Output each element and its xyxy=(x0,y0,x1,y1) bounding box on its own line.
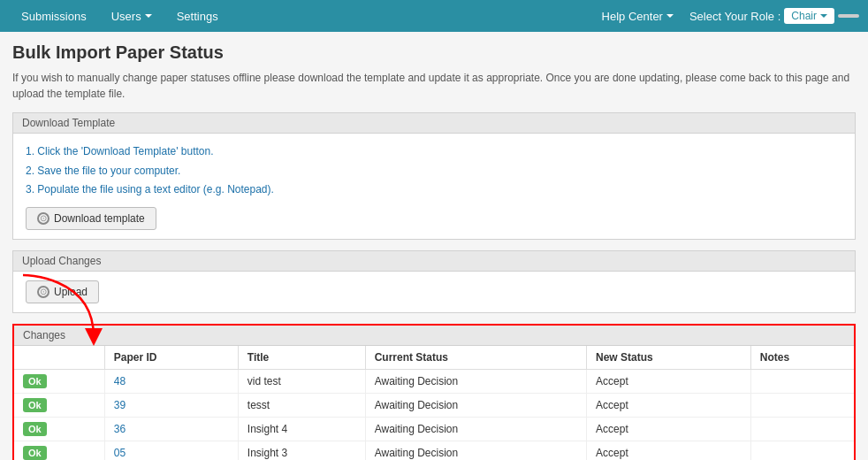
row-title: Insight 4 xyxy=(238,417,365,441)
row-title: vid test xyxy=(238,369,365,393)
col-notes: Notes xyxy=(750,346,854,370)
changes-table: Paper ID Title Current Status New Status… xyxy=(14,346,854,460)
nav-users[interactable]: Users xyxy=(99,0,164,32)
row-new-status: Accept xyxy=(587,417,751,441)
navbar: Submissions Users Settings Help Center S… xyxy=(0,0,868,32)
upload-button[interactable]: ⊙ Upload xyxy=(26,280,99,303)
users-caret-icon xyxy=(145,14,152,18)
row-new-status: Accept xyxy=(587,369,751,393)
page-description: If you wish to manually change paper sta… xyxy=(12,70,856,102)
col-new-status: New Status xyxy=(587,346,751,370)
row-notes xyxy=(750,417,854,441)
col-paper-id: Paper ID xyxy=(104,346,238,370)
upload-icon: ⊙ xyxy=(37,286,49,298)
role-caret-icon xyxy=(820,14,827,18)
row-new-status: Accept xyxy=(587,441,751,460)
col-title: Title xyxy=(238,346,365,370)
row-paper-id: 39 xyxy=(104,393,238,417)
row-title: tesst xyxy=(238,393,365,417)
page-content: Bulk Import Paper Status If you wish to … xyxy=(0,32,868,460)
row-title: Insight 3 xyxy=(238,441,365,460)
upload-section-header: Upload Changes xyxy=(13,251,855,272)
row-current-status: Awaiting Decision xyxy=(365,369,586,393)
col-current-status: Current Status xyxy=(365,346,586,370)
row-new-status: Accept xyxy=(587,393,751,417)
download-instructions: 1. Click the 'Download Template' button.… xyxy=(26,142,842,200)
row-notes xyxy=(750,441,854,460)
upload-section-body: ⊙ Upload xyxy=(13,272,855,312)
row-current-status: Awaiting Decision xyxy=(365,441,586,460)
download-icon: ⊙ xyxy=(37,212,49,225)
nav-submissions[interactable]: Submissions xyxy=(9,0,99,32)
changes-section-header: Changes xyxy=(14,326,854,346)
row-current-status: Awaiting Decision xyxy=(365,417,586,441)
col-status xyxy=(14,346,104,370)
row-paper-id: 36 xyxy=(104,417,238,441)
download-step1: 1. Click the 'Download Template' button. xyxy=(26,142,842,162)
user-avatar[interactable] xyxy=(838,14,859,18)
table-header-row: Paper ID Title Current Status New Status… xyxy=(14,346,854,370)
row-notes xyxy=(750,369,854,393)
row-ok-badge: Ok xyxy=(14,441,104,460)
navbar-left: Submissions Users Settings xyxy=(9,0,231,32)
row-paper-id: 05 xyxy=(104,441,238,460)
download-template-button[interactable]: ⊙ Download template xyxy=(26,207,156,230)
table-row: Ok 39 tesst Awaiting Decision Accept xyxy=(14,393,854,417)
upload-section: Upload Changes ⊙ Upload xyxy=(12,250,856,313)
download-step2: 2. Save the file to your computer. xyxy=(26,162,842,181)
table-row: Ok 48 vid test Awaiting Decision Accept xyxy=(14,369,854,393)
navbar-right: Help Center Select Your Role : Chair xyxy=(590,0,859,32)
row-ok-badge: Ok xyxy=(14,417,104,441)
download-section-header: Download Template xyxy=(13,113,855,134)
download-section-body: 1. Click the 'Download Template' button.… xyxy=(13,134,855,239)
role-selector[interactable]: Chair xyxy=(784,8,834,24)
download-step3: 3. Populate the file using a text editor… xyxy=(26,180,842,200)
page-title: Bulk Import Paper Status xyxy=(12,42,856,63)
nav-settings[interactable]: Settings xyxy=(164,0,231,32)
changes-table-wrapper: Paper ID Title Current Status New Status… xyxy=(14,346,854,460)
row-ok-badge: Ok xyxy=(14,369,104,393)
role-value: Chair xyxy=(791,10,817,22)
table-row: Ok 36 Insight 4 Awaiting Decision Accept xyxy=(14,417,854,441)
row-current-status: Awaiting Decision xyxy=(365,393,586,417)
download-section: Download Template 1. Click the 'Download… xyxy=(12,112,856,240)
table-row: Ok 05 Insight 3 Awaiting Decision Accept xyxy=(14,441,854,460)
help-caret-icon xyxy=(666,14,674,18)
row-ok-badge: Ok xyxy=(14,393,104,417)
row-paper-id: 48 xyxy=(104,369,238,393)
row-notes xyxy=(750,393,854,417)
nav-help-center[interactable]: Help Center xyxy=(590,0,686,32)
changes-section: Changes Paper ID Title Current Statu xyxy=(12,324,856,460)
select-role-label: Select Your Role : xyxy=(689,10,780,23)
